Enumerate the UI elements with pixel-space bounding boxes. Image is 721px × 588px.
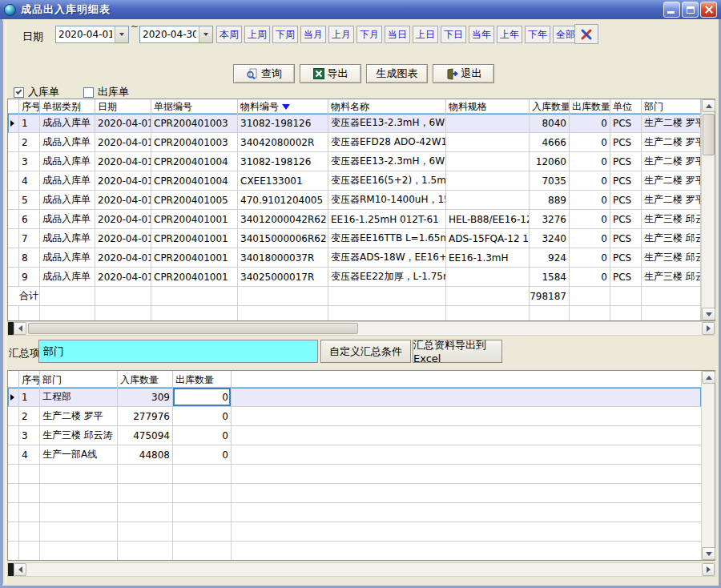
- sort-descending-icon: [282, 104, 290, 110]
- quick-range-button[interactable]: 当月: [300, 26, 326, 43]
- custom-summary-button[interactable]: 自定义汇总条件: [320, 340, 411, 363]
- cell-doc-type: 成品入库单: [40, 171, 95, 191]
- row-gutter: [8, 407, 19, 426]
- summary-table: 序号 部门 入库数量 出库数量 1 工程部 309 0: [7, 370, 715, 561]
- quick-range-button[interactable]: 本周: [216, 26, 242, 43]
- scroll-up-button[interactable]: [702, 99, 715, 112]
- scroll-down-button[interactable]: [702, 308, 715, 320]
- summary-row[interactable]: 4 生产一部A线 44808 0: [8, 445, 701, 465]
- table-row[interactable]: 2 成品入库单 2020-04-01 CPR200401003 34042080…: [8, 133, 701, 152]
- header-no[interactable]: 序号: [19, 371, 40, 388]
- date-from-dropdown-button[interactable]: [115, 26, 128, 42]
- header-unit[interactable]: 单位: [610, 99, 642, 114]
- header-item-no[interactable]: 物料编号: [238, 99, 328, 114]
- export-button[interactable]: 导出: [300, 64, 361, 83]
- quick-range-button[interactable]: 下年: [525, 26, 550, 43]
- header-date[interactable]: 日期: [95, 99, 151, 114]
- outbound-checkbox[interactable]: 出库单: [83, 85, 129, 99]
- current-row-marker-icon: [10, 394, 14, 401]
- header-in-qty[interactable]: 入库数量: [530, 99, 570, 114]
- quick-range-button[interactable]: 下日: [441, 26, 466, 43]
- date-to-combo[interactable]: [139, 26, 213, 43]
- date-from-input[interactable]: [56, 26, 115, 42]
- summary-horizontal-scrollbar[interactable]: [7, 562, 715, 577]
- scroll-thumb[interactable]: [28, 323, 358, 334]
- scroll-up-button[interactable]: [702, 371, 715, 384]
- scroll-left-button[interactable]: [14, 322, 26, 335]
- scroll-right-button[interactable]: [702, 563, 715, 576]
- make-chart-button[interactable]: 生成图表: [366, 64, 428, 83]
- scroll-track[interactable]: [26, 322, 702, 335]
- titlebar[interactable]: 成品出入库明细表: [0, 0, 721, 19]
- splitter-handle[interactable]: [8, 563, 14, 576]
- scroll-track[interactable]: [702, 384, 715, 547]
- table-row[interactable]: 3 成品入库单 2020-04-01 CPR200401004 31082-19…: [8, 152, 701, 171]
- checkbox-checked-icon: [14, 87, 24, 98]
- arrow-down-icon: [706, 552, 712, 556]
- maximize-button[interactable]: [682, 2, 699, 18]
- summary-vertical-scrollbar[interactable]: [701, 371, 715, 560]
- header-doc-no[interactable]: 单据编号: [151, 99, 238, 114]
- table-row[interactable]: 6 成品入库单 2020-04-01 CPR200401001 34012000…: [8, 210, 701, 229]
- summary-row[interactable]: 1 工程部 309 0: [8, 388, 701, 407]
- header-spec[interactable]: 物料规格: [446, 99, 530, 114]
- quick-range-button[interactable]: 上年: [497, 26, 522, 43]
- summary-row[interactable]: 3 生产三楼 邱云涛 475094 0: [8, 426, 701, 445]
- header-out-qty[interactable]: 出库数量: [570, 99, 610, 114]
- chevron-down-icon: [203, 33, 208, 36]
- settings-button[interactable]: [574, 24, 598, 44]
- quick-range-button[interactable]: 下周: [272, 26, 298, 43]
- header-item-name[interactable]: 物料名称: [328, 99, 446, 114]
- table-row[interactable]: 4 成品入库单 2020-04-01 CPR200401004 CXEE1330…: [8, 171, 701, 191]
- quick-range-button[interactable]: 上月: [328, 26, 354, 43]
- exit-button[interactable]: 退出: [433, 64, 494, 83]
- header-out-qty[interactable]: 出库数量: [173, 371, 232, 388]
- cell-item-no: 470.9101204005: [238, 191, 328, 210]
- table-row[interactable]: 5 成品入库单 2020-04-01 CPR200401005 470.9101…: [8, 191, 701, 210]
- table-row[interactable]: 8 成品入库单 2020-04-01 CPR200401001 34018000…: [8, 248, 701, 268]
- header-in-qty[interactable]: 入库数量: [118, 371, 173, 388]
- date-to-input[interactable]: [140, 26, 199, 42]
- row-gutter: [8, 248, 19, 268]
- cell-unit: PCS: [610, 152, 642, 171]
- total-in-qty: 798187: [530, 287, 570, 306]
- date-to-dropdown-button[interactable]: [199, 26, 212, 42]
- splitter-handle[interactable]: [8, 322, 14, 335]
- cell-item-name: 变压器EE22加厚，L-1.75m: [328, 268, 446, 287]
- summary-row[interactable]: 2 生产二楼 罗平 277976 0: [8, 407, 701, 426]
- detail-horizontal-scrollbar[interactable]: [7, 321, 715, 336]
- quick-range-button[interactable]: 当日: [385, 26, 410, 43]
- scroll-track[interactable]: [702, 112, 715, 308]
- quick-range-bar: 本周 上周 下周 当月 上月 下月 当日 上日 下日 当年 上年 下年: [216, 26, 578, 43]
- date-from-combo[interactable]: [55, 26, 129, 43]
- cell-dept: 生产二楼 罗平: [642, 152, 701, 171]
- scroll-thumb[interactable]: [703, 114, 715, 155]
- header-dept[interactable]: 部门: [642, 99, 701, 114]
- table-row[interactable]: 9 成品入库单 2020-04-01 CPR200401001 34025000…: [8, 268, 701, 287]
- scroll-down-button[interactable]: [702, 547, 715, 560]
- cell-in-qty: 4666: [530, 133, 570, 152]
- table-row[interactable]: 1 成品入库单 2020-04-01 CPR200401003 31082-19…: [8, 114, 701, 133]
- header-no[interactable]: 序号: [19, 99, 40, 114]
- quick-range-button[interactable]: 当年: [469, 26, 494, 43]
- summary-export-button[interactable]: 汇总资料导出到Excel: [413, 340, 502, 363]
- row-gutter: [8, 210, 19, 229]
- header-dept[interactable]: 部门: [40, 371, 118, 388]
- query-button[interactable]: 查询: [233, 64, 295, 83]
- table-row[interactable]: 7 成品入库单 2020-04-01 CPR200401001 34015000…: [8, 229, 701, 248]
- detail-vertical-scrollbar[interactable]: [701, 99, 715, 320]
- detail-table-header: 序号 单据类别 日期 单据编号 物料编号 物料名称 物料规格 入库数量 出库数量…: [8, 99, 701, 114]
- close-button[interactable]: [700, 2, 717, 18]
- scroll-track[interactable]: [26, 563, 702, 576]
- scroll-right-button[interactable]: [702, 322, 715, 335]
- cell-spec: HEL-B88/EE16-12: [446, 210, 530, 229]
- header-doc-type[interactable]: 单据类别: [40, 99, 95, 114]
- minimize-button[interactable]: [663, 2, 680, 18]
- inbound-checkbox[interactable]: 入库单: [14, 85, 59, 99]
- summary-field-input[interactable]: [38, 340, 318, 363]
- quick-range-button[interactable]: 上日: [413, 26, 438, 43]
- quick-range-button[interactable]: 上周: [244, 26, 270, 43]
- scroll-left-button[interactable]: [14, 563, 26, 576]
- quick-range-button[interactable]: 下月: [356, 26, 382, 43]
- range-separator: ~: [131, 21, 139, 32]
